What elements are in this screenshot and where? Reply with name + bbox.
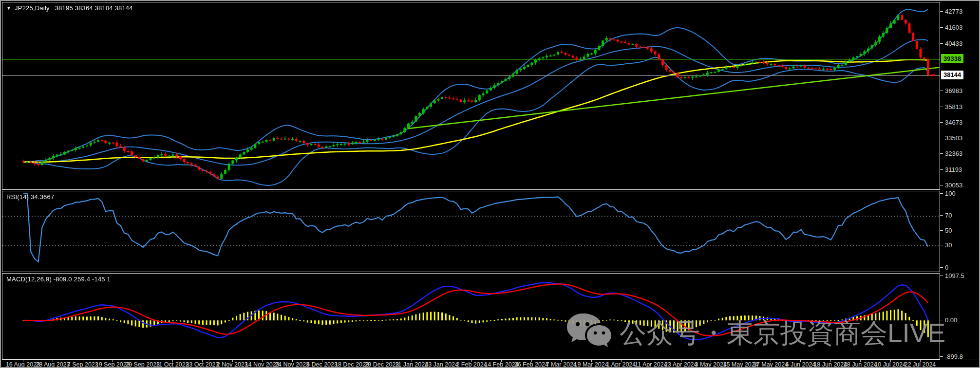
trading-terminal-chart-window: ▼ JP225,Daily 38195 38364 38104 38144 RS… xyxy=(0,0,980,368)
time-axis[interactable]: 16 Aug 202328 Aug 20237 Sep 202319 Sep 2… xyxy=(2,360,980,368)
time-axis-label: 10 Jul 2024 xyxy=(874,361,906,368)
time-axis-label: 22 Jul 2024 xyxy=(905,361,936,368)
time-axis-label: 6 Jun 2024 xyxy=(785,361,815,368)
time-axis-label: 14 Nov 2023 xyxy=(245,361,280,368)
rsi-axis-tick: 30 xyxy=(940,241,952,249)
price-axis-tick: 32363 xyxy=(940,150,962,158)
time-axis-label: 18 Dec 2023 xyxy=(335,361,369,368)
time-axis-label: 26 Feb 2024 xyxy=(514,361,548,368)
time-axis-label: 11 Jan 2024 xyxy=(395,361,428,368)
time-axis-label: 28 Jun 2024 xyxy=(844,361,877,368)
rsi-axis-tick: 70 xyxy=(940,212,952,220)
rsi-axis-tick: 50 xyxy=(940,226,952,234)
time-axis-label: 19 Sep 2023 xyxy=(95,361,130,368)
rsi-indicator-panel: RSI(14) 34.3667 xyxy=(2,191,940,272)
time-axis-label: 11 Apr 2024 xyxy=(635,361,667,368)
price-axis-tick: 34673 xyxy=(940,118,962,126)
macd-axis-tick: -899.8 xyxy=(940,352,963,360)
time-axis-label: 3 May 2024 xyxy=(695,361,727,368)
time-axis-label: 14 Feb 2024 xyxy=(484,361,518,368)
macd-indicator-panel: MACD(12,26,9) -809.0 259.4 -145.1 xyxy=(2,273,940,360)
time-axis-label: 19 Mar 2024 xyxy=(574,361,608,368)
alert-price-tag: 39338 xyxy=(941,54,963,63)
price-axis-tick: 35813 xyxy=(940,103,962,110)
price-chart-panel: ▼ JP225,Daily 38195 38364 38104 38144 xyxy=(2,2,940,190)
price-axis-tick: 41603 xyxy=(940,24,962,32)
time-axis-label: 1 Apr 2024 xyxy=(606,361,636,368)
chevron-down-icon[interactable]: ▼ xyxy=(6,5,11,11)
time-axis-label: 23 Apr 2024 xyxy=(664,361,697,368)
price-axis-tick: 33503 xyxy=(940,134,962,142)
rsi-axis-tick: 0 xyxy=(940,263,948,271)
symbol-period-label: JP225,Daily xyxy=(15,4,50,12)
time-axis-label: 2 Feb 2024 xyxy=(456,361,487,368)
value-axis[interactable]: 4277341603404333698335813346733350332363… xyxy=(940,1,980,360)
price-axis-tick: 36983 xyxy=(940,87,962,94)
current-price-tag: 38144 xyxy=(941,71,963,79)
time-axis-label: 6 Dec 2023 xyxy=(306,361,338,368)
chart-title: ▼ JP225,Daily 38195 38364 38104 38144 xyxy=(6,4,133,12)
macd-axis-tick: 0.00 xyxy=(940,316,957,324)
time-axis-label: 7 Sep 2023 xyxy=(67,361,98,368)
time-axis-label: 23 Jan 2024 xyxy=(425,361,458,368)
macd-indicator-label: MACD(12,26,9) -809.0 259.4 -145.1 xyxy=(6,276,111,283)
time-axis-label: 29 Dec 2023 xyxy=(364,361,399,368)
ohlc-values-label: 38195 38364 38104 38144 xyxy=(55,4,133,12)
macd-axis-tick: 1097.5 xyxy=(940,272,964,279)
time-axis-label: 27 May 2024 xyxy=(753,361,788,368)
time-axis-label: 7 Mar 2024 xyxy=(546,361,577,368)
time-axis-label: 11 Oct 2023 xyxy=(156,361,188,368)
time-axis-label: 24 Nov 2023 xyxy=(275,361,309,368)
price-axis-tick: 31193 xyxy=(940,166,962,174)
time-axis-label: 16 Aug 2023 xyxy=(6,361,40,368)
rsi-axis-tick: 100 xyxy=(940,189,956,197)
time-axis-label: 2 Nov 2023 xyxy=(217,361,248,368)
rsi-chart-canvas[interactable] xyxy=(2,191,940,272)
price-axis-tick: 40433 xyxy=(940,39,962,47)
price-axis-tick: 42773 xyxy=(940,8,962,16)
macd-chart-canvas[interactable] xyxy=(2,274,940,359)
time-axis-label: 23 Oct 2023 xyxy=(186,361,219,368)
time-axis-label: 28 Aug 2023 xyxy=(36,361,70,368)
price-chart-canvas[interactable] xyxy=(2,2,940,189)
rsi-indicator-label: RSI(14) 34.3667 xyxy=(6,193,54,201)
price-axis-tick: 30053 xyxy=(940,182,962,189)
time-axis-label: 29 Sep 2023 xyxy=(125,361,160,368)
time-axis-label: 18 Jun 2024 xyxy=(813,361,847,368)
